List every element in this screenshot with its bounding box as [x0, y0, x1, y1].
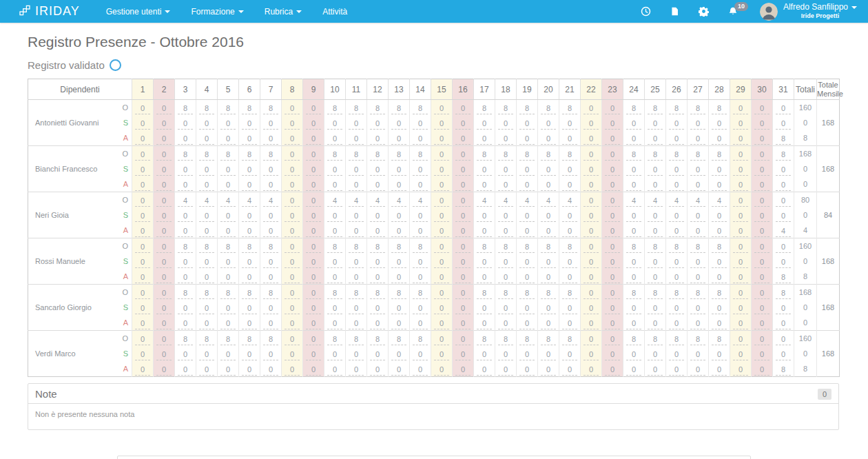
hours-cell[interactable]: 0 — [581, 361, 602, 377]
hours-cell[interactable]: 0 — [517, 223, 538, 238]
hours-cell[interactable]: 0 — [538, 361, 559, 377]
hours-cell[interactable]: 0 — [645, 207, 666, 223]
hours-cell[interactable]: 0 — [367, 315, 389, 331]
hours-cell[interactable]: 0 — [752, 361, 773, 377]
hours-cell[interactable]: 4 — [666, 192, 688, 208]
hours-cell[interactable]: 8 — [324, 238, 346, 254]
hours-cell[interactable]: 8 — [367, 331, 389, 347]
hours-cell[interactable]: 0 — [730, 176, 752, 192]
hours-cell[interactable]: 8 — [196, 146, 218, 162]
hours-cell[interactable]: 0 — [389, 254, 410, 269]
hours-cell[interactable]: 0 — [324, 315, 346, 331]
hours-cell[interactable]: 0 — [645, 254, 666, 269]
hours-cell[interactable]: 0 — [602, 269, 623, 285]
hours-cell[interactable]: 8 — [346, 238, 367, 254]
hours-cell[interactable]: 4 — [410, 192, 431, 208]
hours-cell[interactable]: 0 — [709, 346, 730, 361]
hours-cell[interactable]: 0 — [517, 254, 538, 269]
hours-cell[interactable]: 0 — [581, 254, 602, 269]
hours-cell[interactable]: 0 — [602, 161, 623, 176]
hours-cell[interactable]: 0 — [196, 315, 218, 331]
hours-cell[interactable]: 8 — [709, 285, 730, 300]
hours-cell[interactable]: 8 — [688, 285, 709, 300]
hours-cell[interactable]: 0 — [218, 115, 239, 130]
hours-cell[interactable]: 0 — [239, 254, 260, 269]
hours-cell[interactable]: 0 — [324, 115, 346, 130]
hours-cell[interactable]: 0 — [303, 269, 324, 285]
hours-cell[interactable]: 0 — [688, 315, 709, 331]
hours-cell[interactable]: 0 — [559, 176, 581, 192]
hours-cell[interactable]: 0 — [730, 346, 752, 361]
hours-cell[interactable]: 0 — [602, 346, 623, 361]
hours-cell[interactable]: 0 — [282, 300, 303, 315]
hours-cell[interactable]: 0 — [538, 315, 559, 331]
hours-cell[interactable]: 0 — [303, 315, 324, 331]
hours-cell[interactable]: 0 — [623, 254, 645, 269]
hours-cell[interactable]: 8 — [218, 285, 239, 300]
hours-cell[interactable]: 0 — [260, 315, 282, 331]
hours-cell[interactable]: 8 — [688, 331, 709, 347]
hours-cell[interactable]: 8 — [410, 100, 431, 116]
hours-cell[interactable]: 8 — [688, 146, 709, 162]
hours-cell[interactable]: 8 — [688, 238, 709, 254]
hours-cell[interactable]: 0 — [218, 269, 239, 285]
brand-logo[interactable]: IRIDAY — [19, 4, 80, 19]
hours-cell[interactable]: 0 — [389, 346, 410, 361]
hours-cell[interactable]: 4 — [538, 192, 559, 208]
hours-cell[interactable]: 0 — [538, 115, 559, 130]
hours-cell[interactable]: 0 — [709, 361, 730, 377]
hours-cell[interactable]: 8 — [645, 146, 666, 162]
hours-cell[interactable]: 0 — [154, 130, 175, 146]
hours-cell[interactable]: 0 — [688, 176, 709, 192]
hours-cell[interactable]: 0 — [495, 207, 517, 223]
hours-cell[interactable]: 8 — [346, 285, 367, 300]
hours-cell[interactable]: 0 — [175, 207, 196, 223]
hours-cell[interactable]: 0 — [132, 285, 154, 300]
hours-cell[interactable]: 0 — [218, 207, 239, 223]
hours-cell[interactable]: 0 — [175, 300, 196, 315]
hours-cell[interactable]: 0 — [218, 300, 239, 315]
hours-cell[interactable]: 0 — [709, 254, 730, 269]
hours-cell[interactable]: 0 — [666, 223, 688, 238]
hours-cell[interactable]: 0 — [495, 300, 517, 315]
hours-cell[interactable]: 8 — [239, 285, 260, 300]
hours-cell[interactable]: 0 — [324, 161, 346, 176]
hours-cell[interactable]: 8 — [367, 100, 389, 116]
hours-cell[interactable]: 0 — [709, 115, 730, 130]
hours-cell[interactable]: 0 — [538, 300, 559, 315]
gear-icon[interactable] — [699, 6, 709, 17]
hours-cell[interactable]: 0 — [175, 130, 196, 146]
hours-cell[interactable]: 0 — [239, 115, 260, 130]
hours-cell[interactable]: 8 — [324, 285, 346, 300]
hours-cell[interactable]: 0 — [303, 254, 324, 269]
hours-cell[interactable]: 0 — [602, 361, 623, 377]
hours-cell[interactable]: 0 — [410, 207, 431, 223]
hours-cell[interactable]: 0 — [154, 161, 175, 176]
hours-cell[interactable]: 0 — [303, 161, 324, 176]
hours-cell[interactable]: 8 — [666, 146, 688, 162]
hours-cell[interactable]: 0 — [538, 346, 559, 361]
hours-cell[interactable]: 0 — [175, 176, 196, 192]
hours-cell[interactable]: 0 — [132, 176, 154, 192]
hours-cell[interactable]: 0 — [431, 176, 453, 192]
hours-cell[interactable]: 0 — [517, 161, 538, 176]
hours-cell[interactable]: 0 — [303, 223, 324, 238]
hours-cell[interactable]: 0 — [410, 115, 431, 130]
hours-cell[interactable]: 0 — [431, 238, 453, 254]
hours-cell[interactable]: 8 — [324, 331, 346, 347]
hours-cell[interactable]: 0 — [495, 176, 517, 192]
hours-cell[interactable]: 0 — [559, 207, 581, 223]
hours-cell[interactable]: 0 — [431, 146, 453, 162]
hours-cell[interactable]: 0 — [752, 146, 773, 162]
hours-cell[interactable]: 0 — [282, 361, 303, 377]
hours-cell[interactable]: 0 — [324, 223, 346, 238]
hours-cell[interactable]: 0 — [688, 130, 709, 146]
hours-cell[interactable]: 0 — [688, 346, 709, 361]
hours-cell[interactable]: 0 — [752, 238, 773, 254]
hours-cell[interactable]: 0 — [752, 315, 773, 331]
hours-cell[interactable]: 0 — [581, 146, 602, 162]
hours-cell[interactable]: 0 — [752, 207, 773, 223]
hours-cell[interactable]: 0 — [773, 192, 794, 208]
hours-cell[interactable]: 0 — [239, 300, 260, 315]
hours-cell[interactable]: 0 — [453, 346, 474, 361]
